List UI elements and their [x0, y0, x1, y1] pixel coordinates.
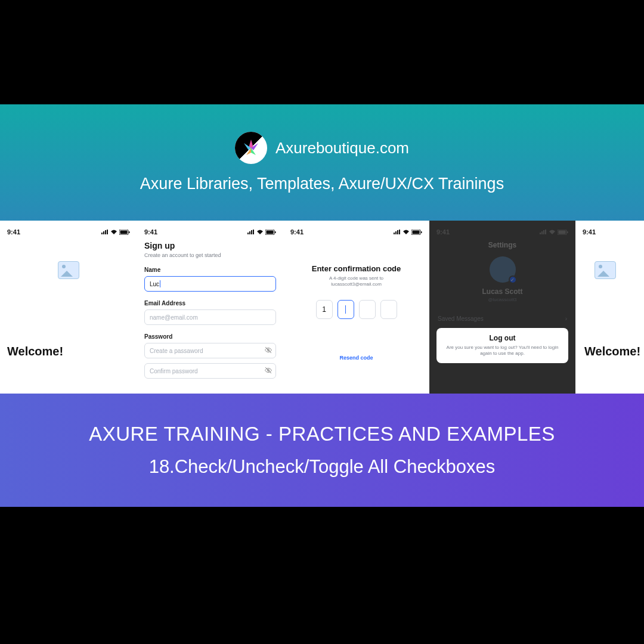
phone-welcome-right: 9:41 Welcome!	[575, 221, 644, 394]
svg-rect-5	[120, 230, 128, 234]
welcome-heading: Welcome!	[583, 345, 644, 358]
phone-settings: 9:41 Settings Lucas Scott @lucasscott3 S…	[429, 221, 575, 394]
svg-rect-10	[253, 230, 254, 234]
svg-rect-7	[247, 233, 249, 234]
signup-subtitle: Create an account to get started	[144, 252, 276, 258]
svg-rect-1	[103, 231, 104, 234]
logout-subtitle: Are you sure you want to log out? You'll…	[444, 345, 561, 357]
settings-title: Settings	[436, 241, 568, 249]
svg-rect-6	[129, 231, 130, 233]
phone-signup: 9:41 Sign up Create an account to get st…	[137, 221, 283, 394]
svg-rect-12	[267, 230, 274, 234]
phones-strip: 9:41 Welcome! 9:41 Sign up Create an acc…	[0, 221, 644, 394]
code-digit-2[interactable]	[338, 300, 354, 319]
hero-banner: Axureboutique.com Axure Libraries, Templ…	[0, 104, 644, 221]
svg-rect-21	[399, 230, 400, 234]
svg-rect-27	[543, 230, 544, 234]
confirmation-title: Enter confirmation code	[290, 264, 422, 273]
status-icons	[247, 230, 276, 235]
profile-user-handle: @lucasscott3	[436, 297, 568, 302]
status-time: 9:41	[436, 228, 450, 236]
eye-off-icon[interactable]	[265, 367, 272, 375]
image-placeholder-icon	[595, 261, 616, 279]
saved-messages-label: Saved Messages	[438, 315, 484, 322]
confirmation-subtitle: A 4-digit code was sent to lucasscott3@e…	[290, 275, 422, 288]
banner-title: AXURE TRAINING - PRACTICES AND EXAMPLES	[89, 423, 555, 445]
name-input-value: Luc	[150, 281, 159, 287]
code-input-row: 1	[290, 300, 422, 319]
avatar-icon[interactable]	[490, 256, 516, 283]
password-input[interactable]: Create a passaword	[144, 343, 276, 358]
code-digit-3[interactable]	[359, 300, 376, 319]
phone-confirmation: 9:41 Enter confirmation code A 4-digit c…	[283, 221, 429, 394]
name-label: Name	[144, 267, 276, 273]
brand-logo-icon	[235, 132, 267, 164]
svg-rect-19	[395, 231, 397, 234]
status-icons	[101, 230, 130, 235]
status-bar: 9:41	[7, 227, 130, 237]
svg-rect-3	[107, 230, 108, 234]
image-placeholder-icon	[58, 261, 79, 279]
svg-rect-30	[559, 230, 566, 234]
svg-rect-13	[275, 231, 276, 233]
title-banner: AXURE TRAINING - PRACTICES AND EXAMPLES …	[0, 394, 644, 507]
code-digit-4[interactable]	[380, 300, 397, 319]
saved-messages-row[interactable]: Saved Messages ›	[436, 315, 568, 322]
svg-rect-9	[251, 230, 252, 234]
svg-rect-0	[101, 233, 103, 234]
welcome-heading: Welcome!	[7, 345, 130, 358]
email-placeholder: name@email.com	[150, 314, 198, 321]
status-icons	[394, 230, 422, 235]
banner-subtitle: 18.Check/Uncheck/Toggle All Checkboxes	[149, 456, 496, 478]
status-bar: 9:41	[436, 227, 568, 237]
svg-rect-2	[105, 230, 106, 234]
status-time: 9:41	[7, 228, 20, 236]
code-digit-1[interactable]: 1	[316, 300, 333, 319]
svg-rect-23	[413, 230, 420, 234]
status-bar: 9:41	[290, 227, 422, 237]
svg-rect-18	[394, 233, 395, 234]
resend-code-link[interactable]: Resend code	[290, 355, 422, 361]
chevron-right-icon: ›	[565, 315, 567, 322]
brand-name: Axureboutique.com	[275, 139, 409, 157]
email-input[interactable]: name@email.com	[144, 309, 276, 325]
status-bar: 9:41	[144, 227, 276, 237]
status-bar: 9:41	[583, 227, 644, 237]
svg-rect-28	[545, 230, 546, 234]
status-time: 9:41	[144, 228, 157, 236]
logout-dialog: Log out Are you sure you want to log out…	[436, 328, 568, 363]
svg-rect-31	[567, 231, 568, 233]
logo-row: Axureboutique.com	[235, 132, 409, 164]
verified-badge-icon	[509, 275, 517, 284]
password-placeholder: Create a passaword	[150, 348, 203, 354]
svg-rect-25	[540, 233, 541, 234]
signup-title: Sign up	[144, 241, 276, 250]
name-input[interactable]: Luc	[144, 276, 276, 292]
svg-rect-24	[421, 231, 422, 233]
svg-rect-20	[397, 230, 398, 234]
confirm-placeholder: Confirm password	[150, 368, 198, 374]
svg-rect-26	[541, 231, 543, 234]
eye-off-icon[interactable]	[265, 346, 272, 355]
phone-welcome-left: 9:41 Welcome!	[0, 221, 137, 394]
logout-title: Log out	[444, 334, 561, 342]
status-time: 9:41	[290, 228, 304, 236]
hero-subtitle: Axure Libraries, Templates, Axure/UX/CX …	[140, 175, 504, 193]
confirm-password-input[interactable]: Confirm password	[144, 363, 276, 379]
status-icons	[540, 230, 568, 235]
status-time: 9:41	[583, 228, 596, 236]
email-label: Email Address	[144, 300, 276, 306]
password-label: Password	[144, 333, 276, 340]
profile-user-name: Lucas Scott	[436, 287, 568, 296]
svg-rect-8	[249, 231, 250, 234]
